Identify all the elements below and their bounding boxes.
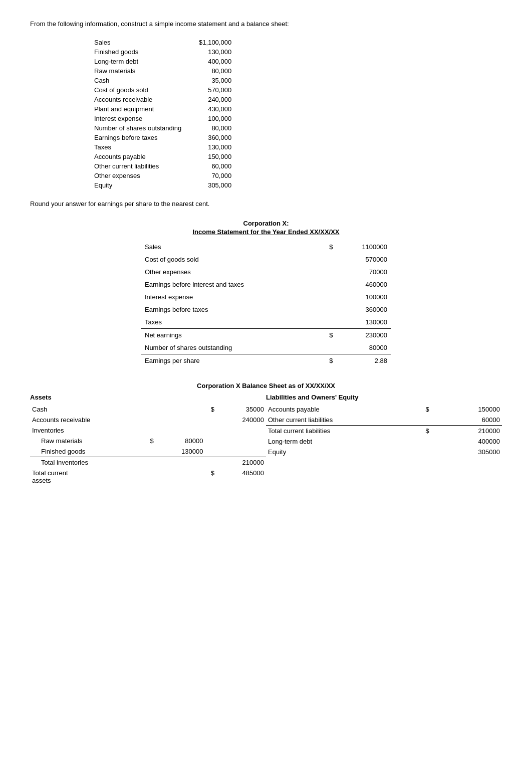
asset-c2 [215,425,266,436]
liab-c1: 150000 [430,404,502,415]
liab-label: Accounts payable [266,404,418,415]
asset-c2d [205,425,216,436]
source-label: Raw materials [90,66,185,76]
source-label: Long-term debt [90,57,185,66]
liab-c1d [418,415,430,426]
table-row: Equity 305000 [266,447,502,457]
income-label: Number of shares outstanding [141,341,322,354]
income-row: Other expenses 70000 [141,266,391,278]
income-label: Earnings before interest and taxes [141,278,322,291]
table-row: Raw materials $ 80000 [30,436,266,446]
asset-c1 [155,457,205,468]
list-item: Accounts payable150,000 [90,152,235,161]
income-statement-table: Sales $ 1100000 Cost of goods sold 57000… [141,241,391,367]
asset-c2 [215,446,266,457]
table-row: Total inventories 210000 [30,457,266,468]
liab-c1: 400000 [430,436,502,447]
source-value: 240,000 [185,95,235,104]
list-item: Finished goods130,000 [90,47,235,57]
source-value: $1,100,000 [185,38,235,47]
asset-c1d [144,468,155,486]
income-row: Number of shares outstanding 80000 [141,341,391,354]
asset-c2 [215,436,266,446]
list-item: Cash35,000 [90,76,235,85]
table-row: Other current liabilities 60000 [266,415,502,426]
income-label: Net earnings [141,329,322,342]
income-row: Net earnings $ 230000 [141,329,391,342]
liabilities-table: Accounts payable $ 150000 Other current … [266,404,502,457]
asset-c2d [205,446,216,457]
source-value: 360,000 [185,133,235,142]
asset-label: Total currentassets [30,468,144,486]
income-amount: 460000 [335,278,391,291]
source-value: 35,000 [185,76,235,85]
source-data-table: Sales$1,100,000Finished goods130,000Long… [90,38,502,190]
source-value: 400,000 [185,57,235,66]
liab-c1d [418,447,430,457]
table-row: Cash $ 35000 [30,404,266,415]
asset-c1d [144,457,155,468]
asset-c2d: $ [205,404,216,415]
balance-sheet-grid: Assets Cash $ 35000 Accounts receivable … [30,394,502,486]
source-label: Taxes [90,142,185,152]
table-row: Accounts payable $ 150000 [266,404,502,415]
asset-c2: 485000 [215,468,266,486]
source-value: 80,000 [185,66,235,76]
source-label: Interest expense [90,114,185,123]
asset-c2d [205,457,216,468]
asset-c1 [155,404,205,415]
source-label: Other expenses [90,171,185,180]
income-label: Earnings per share [141,354,322,367]
income-label: Cost of goods sold [141,253,322,266]
table-row: Finished goods 130000 [30,446,266,457]
list-item: Cost of goods sold570,000 [90,85,235,95]
table-row: Total current liabilities $ 210000 [266,426,502,437]
asset-label: Finished goods [30,446,144,457]
asset-c2: 210000 [215,457,266,468]
asset-label: Total inventories [30,457,144,468]
liab-label: Other current liabilities [266,415,418,426]
income-dollar [322,266,335,278]
income-dollar [322,278,335,291]
source-value: 80,000 [185,123,235,133]
source-label: Other current liabilities [90,161,185,171]
income-label: Earnings before taxes [141,303,322,316]
list-item: Long-term debt400,000 [90,57,235,66]
source-value: 305,000 [185,180,235,190]
income-row: Earnings per share $ 2.88 [141,354,391,367]
income-amount: 100000 [335,291,391,303]
source-value: 570,000 [185,85,235,95]
income-amount: 80000 [335,341,391,354]
list-item: Number of shares outstanding80,000 [90,123,235,133]
asset-c1 [155,415,205,425]
income-row: Cost of goods sold 570000 [141,253,391,266]
list-item: Other expenses70,000 [90,171,235,180]
table-row: Inventories [30,425,266,436]
list-item: Sales$1,100,000 [90,38,235,47]
assets-header: Assets [30,394,266,401]
income-statement-title: Corporation X: [141,220,391,227]
list-item: Accounts receivable240,000 [90,95,235,104]
income-amount: 1100000 [335,241,391,253]
income-dollar: $ [322,241,335,253]
list-item: Raw materials80,000 [90,66,235,76]
source-label: Sales [90,38,185,47]
asset-label: Accounts receivable [30,415,144,425]
assets-column: Assets Cash $ 35000 Accounts receivable … [30,394,266,486]
liab-label: Long-term debt [266,436,418,447]
liab-c1: 210000 [430,426,502,437]
source-value: 130,000 [185,142,235,152]
asset-c2d [205,415,216,425]
balance-sheet: Corporation X Balance Sheet as of XX/XX/… [30,382,502,486]
liab-label: Equity [266,447,418,457]
income-row: Interest expense 100000 [141,291,391,303]
source-label: Accounts payable [90,152,185,161]
source-label: Number of shares outstanding [90,123,185,133]
income-dollar [322,253,335,266]
source-label: Equity [90,180,185,190]
intro-text: From the following information, construc… [30,20,502,28]
source-label: Cost of goods sold [90,85,185,95]
asset-c1 [155,468,205,486]
asset-label: Cash [30,404,144,415]
source-label: Earnings before taxes [90,133,185,142]
